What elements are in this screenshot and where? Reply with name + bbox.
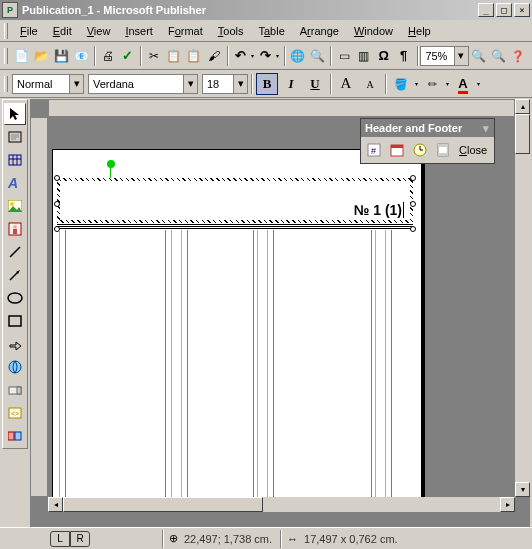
paste-button[interactable]	[185, 45, 203, 67]
oval-tool[interactable]	[4, 287, 26, 309]
italic-button[interactable]	[280, 73, 302, 95]
vertical-scrollbar[interactable]: ▴ ▾	[515, 99, 530, 497]
special-char-button[interactable]	[375, 45, 393, 67]
font-size-combo[interactable]: 18 ▾	[202, 74, 248, 94]
menu-insert[interactable]: Insert	[118, 23, 160, 39]
cut-button[interactable]	[145, 45, 163, 67]
insert-time-button[interactable]	[409, 139, 431, 161]
toolbar-grip[interactable]	[4, 48, 8, 64]
menu-arrange[interactable]: Arrange	[293, 23, 346, 39]
maximize-button[interactable]: □	[496, 3, 512, 17]
zoom-out-button[interactable]	[470, 45, 488, 67]
page-tab-left[interactable]: L	[50, 531, 70, 547]
fontcolor-menu[interactable]: ▾	[474, 75, 482, 93]
scroll-thumb[interactable]	[63, 497, 263, 512]
scroll-left-button[interactable]: ◂	[48, 497, 63, 512]
format-painter-button[interactable]	[205, 45, 223, 67]
form-control-tool[interactable]	[4, 379, 26, 401]
menu-window[interactable]: Window	[347, 23, 400, 39]
scroll-up-button[interactable]: ▴	[515, 99, 530, 114]
scroll-right-button[interactable]: ▸	[500, 497, 515, 512]
horizontal-ruler[interactable]	[48, 99, 515, 117]
design-gallery-tool[interactable]	[4, 425, 26, 447]
close-header-footer-button[interactable]: Close	[455, 139, 491, 161]
undo-button[interactable]	[231, 45, 249, 67]
arrow-tool[interactable]	[4, 264, 26, 286]
resize-handle-e[interactable]	[410, 201, 416, 207]
zoom-combo[interactable]: 75% ▾	[420, 46, 468, 66]
line-menu[interactable]: ▾	[443, 75, 451, 93]
hyperlink-button[interactable]	[289, 45, 307, 67]
help-button[interactable]	[509, 45, 527, 67]
font-color-button[interactable]	[452, 73, 474, 95]
fill-color-button[interactable]	[390, 73, 412, 95]
header-text[interactable]: № 1 (1)	[60, 181, 410, 220]
canvas[interactable]: № 1 (1)	[48, 117, 515, 497]
clipart-tool[interactable]	[4, 218, 26, 240]
redo-button[interactable]	[257, 45, 275, 67]
menu-file[interactable]: File	[13, 23, 45, 39]
minimize-button[interactable]: _	[478, 3, 494, 17]
autoshapes-tool[interactable]	[4, 333, 26, 355]
resize-handle-ne[interactable]	[410, 175, 416, 181]
line-color-button[interactable]	[421, 73, 443, 95]
menu-table[interactable]: Table	[251, 23, 291, 39]
menu-grip[interactable]	[4, 23, 8, 39]
undo-menu[interactable]: ▾	[249, 47, 255, 65]
page-tab-right[interactable]: R	[70, 531, 90, 547]
columns-button[interactable]	[355, 45, 373, 67]
show-header-footer-button[interactable]	[432, 139, 454, 161]
copy-button[interactable]	[165, 45, 183, 67]
hotspot-tool[interactable]	[4, 356, 26, 378]
save-button[interactable]	[52, 45, 70, 67]
menu-help[interactable]: Help	[401, 23, 438, 39]
bold-button[interactable]	[256, 73, 278, 95]
underline-button[interactable]	[304, 73, 326, 95]
pointer-tool[interactable]	[4, 103, 26, 125]
vertical-ruler[interactable]	[30, 117, 48, 497]
insert-page-number-button[interactable]: #	[363, 139, 385, 161]
insert-date-button[interactable]	[386, 139, 408, 161]
spell-button[interactable]	[119, 45, 137, 67]
header-footer-toolbar[interactable]: Header and Footer ▾ # Close	[360, 118, 495, 164]
rotation-handle[interactable]	[107, 160, 115, 168]
wordart-tool[interactable]: A	[4, 172, 26, 194]
resize-handle-w[interactable]	[54, 201, 60, 207]
show-marks-button[interactable]	[395, 45, 413, 67]
close-button[interactable]: ×	[514, 3, 530, 17]
open-button[interactable]	[32, 45, 50, 67]
zoom-in-button[interactable]	[489, 45, 507, 67]
style-combo[interactable]: Normal ▾	[12, 74, 84, 94]
rectangle-tool[interactable]	[4, 310, 26, 332]
page-navigator[interactable]: L R	[50, 531, 90, 547]
webpreview-button[interactable]	[309, 45, 327, 67]
line-tool[interactable]	[4, 241, 26, 263]
print-button[interactable]	[99, 45, 117, 67]
horizontal-scrollbar[interactable]: ◂ ▸	[48, 497, 515, 512]
header-footer-title[interactable]: Header and Footer ▾	[361, 119, 494, 137]
toolbar-grip[interactable]	[4, 76, 8, 92]
font-combo[interactable]: Verdana ▾	[88, 74, 198, 94]
resize-handle-se[interactable]	[410, 226, 416, 232]
scroll-thumb[interactable]	[515, 114, 530, 154]
textbox-tool[interactable]	[4, 126, 26, 148]
picture-tool[interactable]	[4, 195, 26, 217]
menu-view[interactable]: View	[80, 23, 118, 39]
menu-edit[interactable]: Edit	[46, 23, 79, 39]
fill-menu[interactable]: ▾	[412, 75, 420, 93]
header-text-frame[interactable]: № 1 (1)	[57, 178, 413, 223]
decrease-font-button[interactable]	[359, 73, 381, 95]
html-fragment-tool[interactable]: <>	[4, 402, 26, 424]
menu-format[interactable]: Format	[161, 23, 210, 39]
mail-button[interactable]	[72, 45, 90, 67]
redo-menu[interactable]: ▾	[274, 47, 280, 65]
table-tool[interactable]	[4, 149, 26, 171]
page[interactable]: № 1 (1)	[52, 149, 422, 497]
menu-tools[interactable]: Tools	[211, 23, 251, 39]
increase-font-button[interactable]	[335, 73, 357, 95]
resize-handle-nw[interactable]	[54, 175, 60, 181]
bring-front-button[interactable]	[335, 45, 353, 67]
scroll-track[interactable]	[63, 497, 500, 512]
new-button[interactable]	[13, 45, 31, 67]
scroll-down-button[interactable]: ▾	[515, 482, 530, 497]
